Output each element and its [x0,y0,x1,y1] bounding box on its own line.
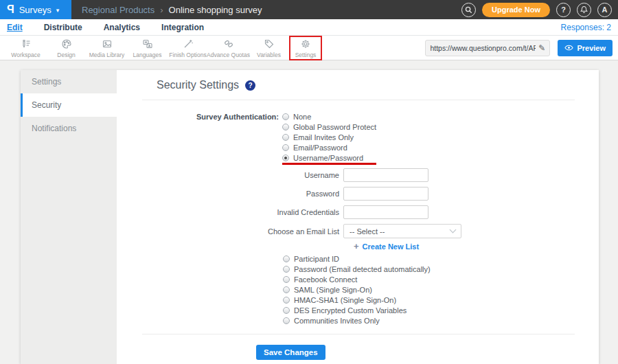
page-title: Security Settings [157,79,239,91]
breadcrumb-folder[interactable]: Regional Products [82,5,154,15]
toolbar-item-variables[interactable]: Variables [249,38,289,58]
email-list-selected-value: -- Select -- [350,227,385,236]
toolbar-item-label: Finish Options [169,52,206,58]
radio-option-global-password[interactable]: Global Password Protect [282,122,376,132]
questionpro-logo-icon: P [7,3,14,16]
radio-option-des-encrypted[interactable]: DES Encrypted Custom Variables [283,305,599,315]
toolbar-item-advance-quotas[interactable]: Advance Quotas [208,38,249,58]
radio-option-hmac-sha1[interactable]: HMAC-SHA1 (Single Sign-On) [283,295,599,305]
radio-option-participant-id[interactable]: Participant ID [283,253,599,264]
pencil-icon: ✎ [538,43,545,53]
toolbar-item-label: Design [57,52,75,58]
password-input[interactable] [343,187,428,201]
radio-option-none[interactable]: None [282,111,376,122]
toolbar-item-design[interactable]: Design [46,38,87,58]
header-divider [142,100,575,100]
password-row: Password [117,187,599,201]
more-authentication-options: Participant ID Password (Email detected … [283,253,599,326]
help-button[interactable]: ? [556,3,571,17]
settings-card: Settings Security Notifications Security… [21,70,599,364]
account-avatar[interactable]: A [597,3,612,17]
plus-icon: + [354,243,359,250]
radio-label: Participant ID [294,255,339,263]
tab-analytics[interactable]: Analytics [104,23,140,32]
tab-integration[interactable]: Integration [161,23,204,32]
radio-option-email-password[interactable]: Email/Password [282,142,376,152]
eye-icon [564,45,573,51]
invalid-credentials-input[interactable] [343,205,428,219]
app-window: P Surveys ▾ Regional Products › Online s… [0,0,618,364]
chain-links-icon [222,38,235,50]
toolbar-item-label: Workspace [11,52,40,58]
panel-header: Security Settings ? [157,79,599,91]
radio-label: Email Invites Only [293,133,354,141]
radio-option-email-invites[interactable]: Email Invites Only [282,132,376,142]
radio-icon [283,255,290,262]
radio-label: Password (Email detected automatically) [294,265,431,273]
radio-icon [283,266,290,273]
sidebar-item-settings[interactable]: Settings [21,70,117,93]
save-row: Save Changes [256,345,599,360]
radio-option-saml[interactable]: SAML (Single Sign-On) [283,284,599,295]
upgrade-now-button[interactable]: Upgrade Now [482,3,550,17]
toolbar-item-settings-highlighted[interactable]: Settings [289,36,322,60]
radio-icon [283,297,290,304]
toolbar-item-label: Variables [257,52,281,58]
tag-icon [263,38,275,50]
sidebar-item-security[interactable]: Security [21,93,117,117]
create-new-list-link[interactable]: Create New List [363,242,420,251]
tab-edit[interactable]: Edit [7,23,23,32]
radio-option-communities-invites[interactable]: Communities Invites Only [283,315,599,326]
breadcrumb-survey-name: Online shopping survey [169,5,262,15]
settings-sidebar: Settings Security Notifications [21,70,117,364]
toolbar-item-finish-options[interactable]: Finish Options [168,38,208,58]
radio-label: HMAC-SHA1 (Single Sign-On) [294,296,396,304]
radio-label: SAML (Single Sign-On) [294,286,372,294]
toolbar-item-label: Settings [295,52,317,58]
save-changes-button[interactable]: Save Changes [256,345,325,360]
survey-authentication-row: Survey Authentication: None Global Passw… [117,111,599,165]
notifications-button[interactable] [577,3,591,17]
radio-label: Facebook Connect [294,275,357,284]
radio-label: Global Password Protect [293,123,376,131]
toolbar-item-media-library[interactable]: Media Library [87,38,127,58]
breadcrumb-separator-icon: › [160,5,163,15]
palette-icon [60,38,73,50]
radio-option-username-password-selected[interactable]: Username/Password [282,152,376,165]
page-body: Settings Security Notifications Security… [0,60,618,364]
survey-url-box[interactable]: https://www.questionpro.com/t/APNrfZ ✎ [425,40,550,56]
username-input[interactable] [343,168,428,182]
toolbar-item-languages[interactable]: Languages [127,38,168,58]
breadcrumb: Regional Products › Online shopping surv… [82,5,262,15]
preview-button-label: Preview [577,44,606,52]
toolbar-item-workspace[interactable]: Workspace [5,38,46,58]
radio-label: Email/Password [293,144,347,152]
help-badge-icon[interactable]: ? [245,80,255,91]
email-list-select[interactable]: -- Select -- [343,224,461,238]
email-list-label: Choose an Email List [117,227,343,236]
magic-wand-icon [182,38,194,50]
chevron-down-icon: ▾ [56,7,60,14]
top-bar: P Surveys ▾ Regional Products › Online s… [0,0,618,19]
topbar-actions: Upgrade Now ? A [461,3,618,17]
sidebar-item-notifications[interactable]: Notifications [21,117,117,140]
gear-icon [299,38,312,50]
radio-option-facebook-connect[interactable]: Facebook Connect [283,274,599,284]
security-form: Survey Authentication: None Global Passw… [117,111,599,360]
search-button[interactable] [461,3,476,17]
radio-icon [283,276,290,283]
tab-distribute[interactable]: Distribute [44,23,82,32]
workspace-pencil-icon [20,38,32,50]
toolbar-item-label: Media Library [89,52,125,58]
username-label: Username [117,171,343,179]
footer-divider [142,334,575,334]
responses-count[interactable]: Responses: 2 [561,23,611,32]
preview-button[interactable]: Preview [558,40,613,56]
surveys-menu[interactable]: P Surveys ▾ [0,0,71,19]
survey-nav: Edit Distribute Analytics Integration Re… [0,19,618,36]
translate-icon [141,38,154,50]
create-new-list-row: + Create New List [354,242,599,251]
edit-url-button[interactable]: ✎ [536,43,545,53]
password-label: Password [117,190,343,198]
radio-option-password-email-detected[interactable]: Password (Email detected automatically) [283,264,599,274]
